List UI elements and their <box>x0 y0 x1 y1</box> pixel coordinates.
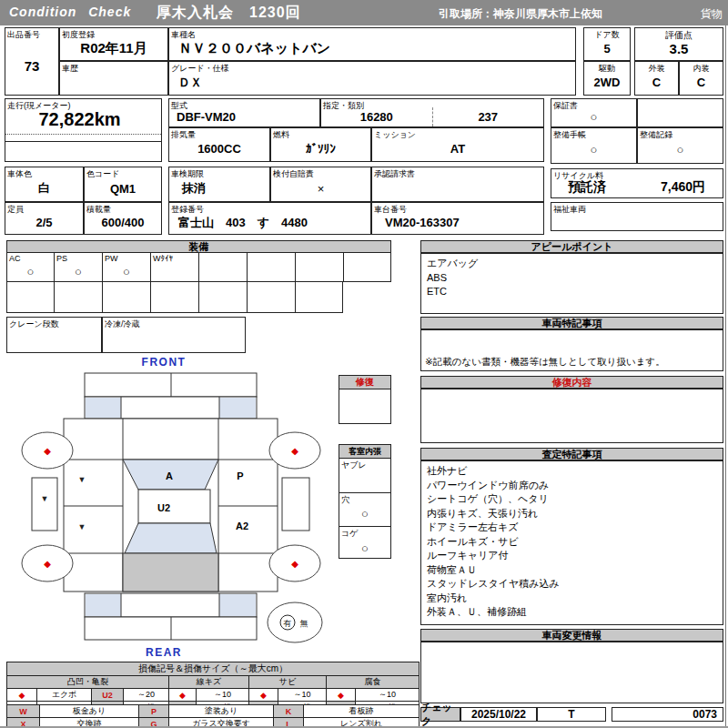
right-rear-code: A2 <box>236 521 248 531</box>
panel-damage-mark-icon: ▼ <box>78 475 86 484</box>
special-notes-title: 車両特記事項 <box>542 317 602 330</box>
roof-code: U2 <box>157 502 170 513</box>
exterior-grade-box: 外装 C <box>634 61 679 96</box>
model-code: DBF-VM20 <box>169 107 319 126</box>
wheel-damage-diamond-icon: ◆ <box>44 559 51 569</box>
change-info-lines <box>421 642 723 648</box>
diamond-icon: ◆ <box>169 689 197 702</box>
spare-yes: 有 <box>283 619 292 628</box>
repair-codes-table: W 板金あり P 塗装あり K 看板跡 X 交換跡 G ガラス交換要す L レン… <box>6 704 420 728</box>
drive-type: 2WD <box>584 70 630 95</box>
color-code: QM1 <box>85 176 161 201</box>
field-label: クレーン段数 <box>9 318 59 330</box>
front-left-fender-highlight <box>86 398 121 418</box>
equipment-cell-empty <box>296 281 343 313</box>
recycle-fee-box: リサイクル料 預託済 7,460円 <box>551 168 723 198</box>
registration-number-box: 登録番号 富士山 403 す 4480 <box>168 202 371 235</box>
auction-title: 厚木入札会 1230回 <box>157 4 301 23</box>
load-capacity: 600/400 <box>85 211 161 234</box>
legend-cell: エクボ <box>37 689 92 702</box>
equipment-cell-empty <box>199 252 248 282</box>
check-date-text: 2025/10/22 <box>471 708 526 721</box>
cabin-interior-box: 客室内張 ヤブレ 穴 ○ コゲ ○ <box>339 444 391 559</box>
capacity: 2/5 <box>5 211 83 234</box>
wheel-damage-diamond-icon: ◆ <box>291 446 298 456</box>
assessment-box: 社外ナビ パワーウインドウ前席のみ シートコゲ（穴）、ヘタリ 内張りキズ、天張り… <box>420 460 723 625</box>
vehicle-category: 貨物 <box>701 6 723 22</box>
equipment-cell-empty <box>55 281 103 313</box>
pickup-location: 引取場所：神奈川県厚木市上依知 <box>439 6 602 22</box>
appeal-title: アピールポイント <box>531 240 613 254</box>
model-code-box: 型式 DBF-VM20 <box>168 98 320 127</box>
equipment-row-1: AC○ PS○ PW○ Wﾀｲﾔ <box>6 252 391 282</box>
welfare-box: 福祉車両 <box>551 202 723 231</box>
equipment-cell-ps: PS○ <box>55 252 103 282</box>
field-label: 福祉車両 <box>553 204 586 216</box>
cabin-row-tear: ヤブレ <box>339 459 390 493</box>
legend-group-rust: サビ <box>249 676 327 689</box>
fuel-type: ｶﾞｿﾘﾝ <box>271 136 370 161</box>
equipment-cell-empty <box>296 252 344 282</box>
repair-content-header: 修復内容 <box>420 376 723 389</box>
roof-area <box>138 490 210 523</box>
recycle-status: 預託済 <box>568 179 606 196</box>
cabin-row-burn: コゲ ○ <box>339 527 390 561</box>
approval-box: 承認請求書 <box>371 167 544 202</box>
first-registration-box: 初度登録 R02年11月 <box>59 27 168 61</box>
legend-cell: ～10 <box>356 689 420 702</box>
drive-box: 駆動 2WD <box>583 61 631 96</box>
maintenance-book-mark: ○ <box>551 136 636 163</box>
equipment-cell-pw: PW○ <box>103 252 151 282</box>
history-box: 車歴 <box>59 61 168 96</box>
repair-content-lines <box>421 389 723 395</box>
lot-number-box: 出品番号 73 <box>5 27 59 96</box>
transmission: AT <box>372 136 543 161</box>
model-name: ＮＶ２００バネットバン <box>169 36 575 60</box>
legend-cell: 塗装あり <box>169 705 274 718</box>
interior-grade-box: 内装 C <box>679 61 723 96</box>
appeal-lines: エアバッグ ABS ETC <box>421 254 723 302</box>
diamond-icon: ◆ <box>7 689 37 702</box>
divider <box>5 134 161 135</box>
page-number-box: 0073 <box>612 707 723 722</box>
equipment-cell-wtire: Wﾀｲﾔ <box>151 252 199 282</box>
auction-condition-sheet: Condition Check 厚木入札会 1230回 引取場所：神奈川県厚木市… <box>0 0 728 728</box>
lot-number: 73 <box>5 36 58 95</box>
check-inspector: T <box>537 707 606 722</box>
diamond-icon: ◆ <box>327 689 356 702</box>
wheel-damage-diamond-icon: ◆ <box>291 559 298 569</box>
chassis-number-box: 車台番号 VM20-163307 <box>371 202 544 235</box>
equipment-cell-empty <box>344 252 391 282</box>
legend-group-scratches: 線キズ <box>169 676 249 689</box>
legend-cell: 板金あり <box>40 705 139 718</box>
repair-content-title: 修復内容 <box>552 376 592 389</box>
page-right-edge <box>725 25 726 728</box>
legend-cell: ～20 <box>124 689 169 702</box>
special-notes-box: ※記載のない書類・機器等は無しとして取り扱います。 <box>420 329 723 371</box>
repair-flag-title: 修復 <box>339 376 390 389</box>
equipment-mark <box>151 261 198 281</box>
equipment-cell-empty <box>248 252 296 282</box>
mileage-value: 72,822km <box>5 107 154 131</box>
score-box: 評価点 3.5 <box>634 27 723 61</box>
equipment-cell-empty <box>151 281 199 313</box>
registration-number: 富士山 403 す 4480 <box>169 211 370 234</box>
assessment-title: 査定特記事項 <box>542 448 602 461</box>
cabin-mark <box>339 467 390 492</box>
appeal-header: アピールポイント <box>420 240 723 253</box>
cabin-mark: ○ <box>339 535 390 561</box>
doors-box: ドア数 5 <box>583 27 631 61</box>
divider <box>5 141 161 142</box>
header-bar: Condition Check 厚木入札会 1230回 引取場所：神奈川県厚木市… <box>0 0 728 25</box>
field-label: 承認請求書 <box>374 168 415 180</box>
right-front-code: P <box>237 470 243 481</box>
model-name-box: 車種名 ＮＶ２００バネットバン <box>168 27 576 61</box>
body-color: 白 <box>5 176 83 201</box>
warranty-box: 保証書 ○ <box>551 98 637 127</box>
vehicle-diagram: FRONT <box>7 355 328 660</box>
cabin-title: 客室内張 <box>339 445 390 459</box>
equipment-header: 装備 <box>6 240 391 253</box>
check-label-text: チェック <box>421 701 460 728</box>
appeal-box: エアバッグ ABS ETC <box>420 253 723 314</box>
legend-cell: ～10 <box>278 689 327 702</box>
